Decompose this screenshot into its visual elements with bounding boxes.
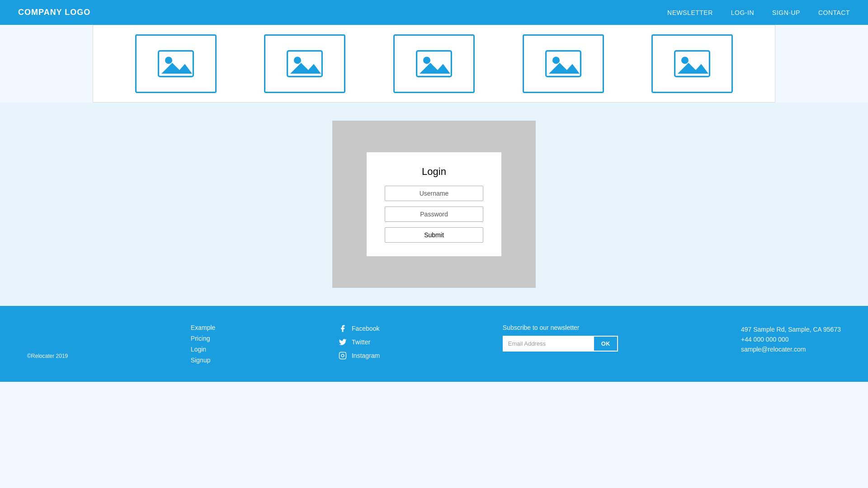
footer-link-login[interactable]: Login [191,346,215,353]
site-header: COMPANY LOGO NEWSLETTER LOG-IN SIGN-UP C… [0,0,868,25]
image-strip [93,25,775,103]
company-logo: COMPANY LOGO [18,8,90,17]
nav-contact[interactable]: CONTACT [818,9,850,16]
contact-address: 497 Sample Rd, Sample, CA 95673 [741,326,841,333]
image-placeholder-1 [135,34,217,93]
image-placeholder-3 [393,34,475,93]
social-twitter[interactable]: Twitter [338,338,380,347]
twitter-label: Twitter [352,338,370,346]
footer-link-signup[interactable]: Signup [191,357,215,364]
svg-marker-11 [549,63,580,74]
newsletter-submit-button[interactable]: OK [593,336,618,352]
login-form-box: Login Submit [366,152,502,257]
submit-button[interactable]: Submit [385,227,483,243]
password-input[interactable] [385,206,483,222]
nav-newsletter[interactable]: NEWSLETTER [667,9,713,16]
svg-marker-5 [290,63,321,74]
svg-marker-2 [161,63,192,74]
copyright: ©Relocater 2019 [27,353,68,364]
main-nav: NEWSLETTER LOG-IN SIGN-UP CONTACT [667,9,850,16]
newsletter-title: Subscribe to our newsletter [503,324,618,331]
svg-point-13 [681,56,689,64]
svg-marker-14 [678,63,708,74]
social-instagram[interactable]: Instagram [338,351,380,360]
username-input[interactable] [385,186,483,201]
login-outer-box: Login Submit [332,121,536,288]
footer-contact: 497 Sample Rd, Sample, CA 95673 +44 000 … [741,324,841,353]
instagram-icon [338,351,347,360]
footer-social: Facebook Twitter Instagram [338,324,380,360]
footer-links: Example Pricing Login Signup [191,324,215,364]
svg-point-10 [552,56,560,64]
image-placeholder-5 [651,34,733,93]
twitter-icon [338,338,347,347]
footer-link-example[interactable]: Example [191,324,215,331]
newsletter-email-input[interactable] [503,336,593,352]
footer-newsletter: Subscribe to our newsletter OK [503,324,618,352]
image-placeholder-4 [523,34,604,93]
contact-phone: +44 000 000 000 [741,336,841,343]
svg-point-7 [423,56,430,64]
site-footer: ©Relocater 2019 Example Pricing Login Si… [0,306,868,382]
instagram-label: Instagram [352,352,380,359]
svg-point-4 [294,56,301,64]
newsletter-form: OK [503,336,618,352]
contact-email: sample@relocater.com [741,346,841,353]
footer-link-pricing[interactable]: Pricing [191,335,215,342]
social-facebook[interactable]: Facebook [338,324,380,333]
facebook-icon [338,324,347,333]
image-placeholder-2 [264,34,345,93]
login-title: Login [422,166,446,178]
svg-point-1 [165,56,172,64]
svg-rect-15 [339,352,346,359]
nav-login[interactable]: LOG-IN [731,9,754,16]
facebook-label: Facebook [352,325,379,332]
svg-marker-8 [420,63,450,74]
main-content: Login Submit [0,103,868,306]
nav-signup[interactable]: SIGN-UP [772,9,800,16]
